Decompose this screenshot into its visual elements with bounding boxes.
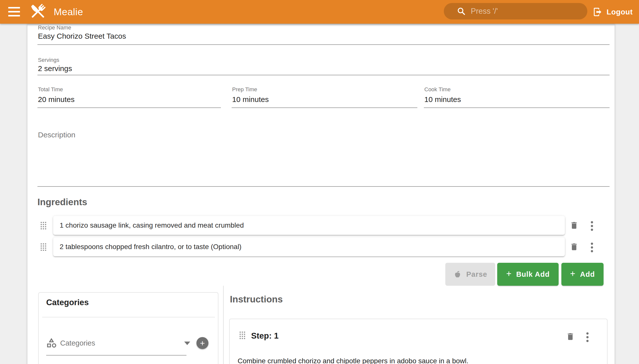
ingredient-row [53,216,565,235]
delete-ingredient-button[interactable] [570,242,579,252]
bulk-add-label: Bulk Add [516,270,550,278]
ingredient-input[interactable] [60,222,558,229]
column-divider [223,286,224,364]
search-bar[interactable] [444,3,587,20]
total-time-input[interactable] [38,95,213,104]
shapes-icon [46,337,57,348]
trash-icon [570,221,579,230]
bulk-add-button[interactable]: + Bulk Add [497,263,559,286]
delete-ingredient-button[interactable] [570,221,579,230]
instruction-step-card: Step: 1 Combine crumbled chorizo and chi… [229,318,607,364]
drag-handle-icon[interactable] [41,243,46,251]
servings-label: Servings [38,57,59,63]
chevron-down-icon[interactable] [184,342,190,345]
plus-icon: + [506,269,512,278]
search-icon [457,7,466,16]
step-text-input[interactable]: Combine crumbled chorizo and chipotle pe… [238,356,594,364]
categories-title: Categories [46,298,89,307]
logout-label: Logout [606,8,633,16]
prep-time-input[interactable] [232,95,407,104]
add-category-button[interactable]: + [196,337,208,349]
description-input[interactable] [38,142,609,183]
parse-label: Parse [466,270,487,278]
mealie-recipe-editor: Mealie Logout Recipe Name Servings Total… [0,0,639,364]
ingredient-menu-icon[interactable] [591,221,593,231]
cook-time-input[interactable] [424,95,599,104]
apple-icon [453,270,462,278]
ingredient-input[interactable] [60,243,558,251]
parse-button[interactable]: Parse [445,263,495,286]
description-underline [38,186,609,187]
add-label: Add [580,270,595,278]
menu-icon[interactable] [8,7,20,16]
step-menu-icon[interactable] [586,332,589,342]
drag-handle-icon[interactable] [240,332,245,339]
recipe-name-input[interactable] [38,32,587,40]
recipe-name-underline [38,44,609,45]
drag-handle-icon[interactable] [41,222,46,229]
add-ingredient-button[interactable]: + Add [561,263,603,286]
logout-button[interactable]: Logout [593,0,633,24]
categories-card: Categories Categories + [38,292,219,364]
instructions-heading: Instructions [230,294,283,305]
plus-icon: + [570,269,576,278]
app-title: Mealie [54,0,83,24]
cook-time-underline [424,108,609,108]
cook-time-label: Cook Time [424,86,451,93]
servings-underline [38,75,609,75]
recipe-name-label: Recipe Name [38,24,71,31]
categories-divider [42,317,215,318]
total-time-underline [38,108,221,108]
appbar-shadow [28,24,614,27]
categories-select-underline [46,355,186,356]
app-bar: Mealie Logout [0,0,639,24]
prep-time-underline [232,108,417,108]
categories-select[interactable]: Categories [60,339,95,347]
trash-icon [570,242,579,251]
servings-input[interactable] [38,64,587,73]
prep-time-label: Prep Time [232,86,257,93]
delete-step-button[interactable] [566,332,575,342]
trash-icon [566,332,575,341]
ingredient-row [53,237,565,256]
description-label: Description [38,131,75,139]
mealie-logo-icon [28,2,48,22]
step-title: Step: 1 [251,331,279,340]
total-time-label: Total Time [38,86,63,93]
ingredients-heading: Ingredients [38,197,87,208]
logout-icon [593,7,602,17]
ingredient-menu-icon[interactable] [591,242,593,252]
search-input[interactable] [471,7,576,16]
